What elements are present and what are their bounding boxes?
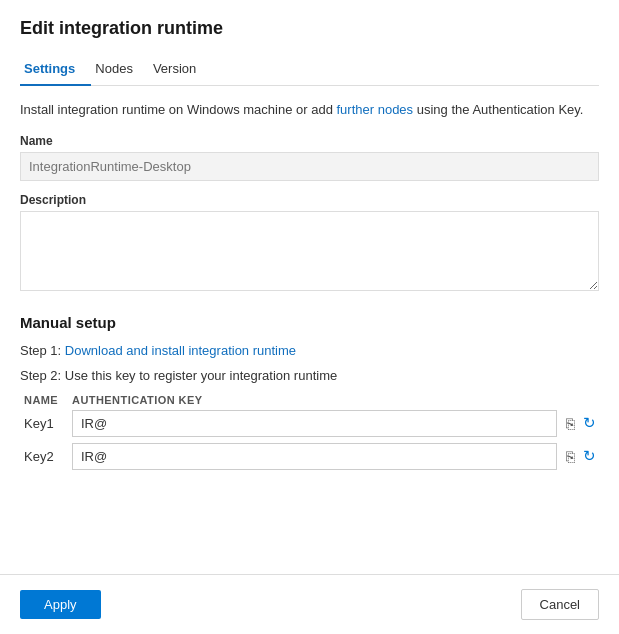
name-input[interactable] <box>20 152 599 181</box>
step1-prefix: Step 1: <box>20 343 65 358</box>
copy-icon: ⎘ <box>566 448 575 465</box>
key2-label: Key2 <box>24 449 72 464</box>
col-auth-header: AUTHENTICATION KEY <box>72 394 599 406</box>
key2-input[interactable] <box>72 443 557 470</box>
tab-nodes[interactable]: Nodes <box>91 53 149 86</box>
tab-bar: Settings Nodes Version <box>20 53 599 86</box>
key2-row: Key2 ⎘ ↻ <box>24 443 599 470</box>
step2-text: Step 2: Use this key to register your in… <box>20 366 599 386</box>
key1-label: Key1 <box>24 416 72 431</box>
info-text: Install integration runtime on Windows m… <box>20 100 599 120</box>
key1-copy-button[interactable]: ⎘ <box>563 411 578 435</box>
name-label: Name <box>20 134 599 148</box>
tab-version[interactable]: Version <box>149 53 212 86</box>
key2-actions: ⎘ ↻ <box>563 444 599 468</box>
keys-table-header: NAME AUTHENTICATION KEY <box>24 394 599 406</box>
page-title: Edit integration runtime <box>20 18 599 39</box>
refresh-icon: ↻ <box>583 414 596 432</box>
key2-refresh-button[interactable]: ↻ <box>580 444 599 468</box>
key1-input[interactable] <box>72 410 557 437</box>
manual-setup-title: Manual setup <box>20 314 599 331</box>
refresh-icon: ↻ <box>583 447 596 465</box>
key2-copy-button[interactable]: ⎘ <box>563 444 578 468</box>
download-link[interactable]: Download and install integration runtime <box>65 343 296 358</box>
copy-icon: ⎘ <box>566 415 575 432</box>
key1-row: Key1 ⎘ ↻ <box>24 410 599 437</box>
col-name-header: NAME <box>24 394 72 406</box>
tab-settings[interactable]: Settings <box>20 53 91 86</box>
key2-input-wrap <box>72 443 557 470</box>
step1-text: Step 1: Download and install integration… <box>20 341 599 361</box>
cancel-button[interactable]: Cancel <box>521 589 599 620</box>
description-textarea[interactable] <box>20 211 599 291</box>
footer: Apply Cancel <box>0 574 619 634</box>
main-content: Edit integration runtime Settings Nodes … <box>0 0 619 574</box>
key1-input-wrap <box>72 410 557 437</box>
further-nodes-link[interactable]: further nodes <box>337 102 414 117</box>
apply-button[interactable]: Apply <box>20 590 101 619</box>
key1-refresh-button[interactable]: ↻ <box>580 411 599 435</box>
key1-actions: ⎘ ↻ <box>563 411 599 435</box>
description-label: Description <box>20 193 599 207</box>
